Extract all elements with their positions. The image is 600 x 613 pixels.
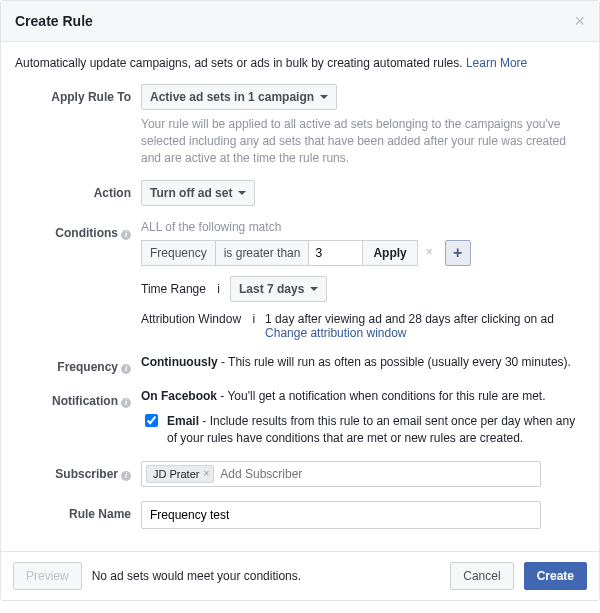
- subscriber-token: JD Prater ×: [146, 465, 214, 483]
- time-range-dropdown[interactable]: Last 7 days: [230, 276, 327, 302]
- intro-text: Automatically update campaigns, ad sets …: [15, 56, 585, 70]
- notification-onfb: On Facebook - You'll get a notification …: [141, 388, 585, 405]
- intro-copy: Automatically update campaigns, ad sets …: [15, 56, 466, 70]
- info-icon: i: [121, 364, 131, 374]
- preview-button[interactable]: Preview: [13, 562, 82, 590]
- preview-message: No ad sets would meet your conditions.: [92, 569, 301, 583]
- modal-header: Create Rule ×: [1, 1, 599, 42]
- action-dropdown[interactable]: Turn off ad set: [141, 180, 255, 206]
- label-subscriber: Subscriberi: [15, 461, 141, 481]
- info-icon: i: [121, 230, 131, 240]
- time-range-value: Last 7 days: [239, 282, 304, 296]
- apply-rule-to-value: Active ad sets in 1 campaign: [150, 90, 314, 104]
- modal-title: Create Rule: [15, 13, 93, 29]
- time-range-label: Time Range: [141, 282, 206, 296]
- label-notification: Notificationi: [15, 388, 141, 408]
- create-button[interactable]: Create: [524, 562, 587, 590]
- attribution-window-text: 1 day after viewing ad and 28 days after…: [265, 312, 554, 326]
- label-rule-name: Rule Name: [15, 501, 141, 521]
- frequency-desc: Continuously - This rule will run as oft…: [141, 354, 585, 371]
- change-attribution-link[interactable]: Change attribution window: [265, 326, 406, 340]
- info-icon: i: [121, 471, 131, 481]
- rule-name-input[interactable]: [141, 501, 541, 529]
- notification-email-desc: Email - Include results from this rule t…: [167, 413, 585, 447]
- frequency-value: Continuously: [141, 355, 218, 369]
- condition-remove-icon[interactable]: ×: [418, 240, 441, 266]
- condition-operator-select[interactable]: is greater than: [216, 240, 310, 266]
- info-icon: i: [252, 312, 255, 326]
- label-frequency: Frequencyi: [15, 354, 141, 374]
- learn-more-link[interactable]: Learn More: [466, 56, 527, 70]
- conditions-all-match: ALL of the following match: [141, 220, 585, 234]
- add-condition-button[interactable]: +: [445, 240, 471, 266]
- chevron-down-icon: [238, 191, 246, 195]
- subscriber-add-input[interactable]: [218, 466, 536, 482]
- condition-value-input[interactable]: [309, 240, 363, 266]
- label-apply-rule-to: Apply Rule To: [15, 84, 141, 104]
- apply-rule-to-dropdown[interactable]: Active ad sets in 1 campaign: [141, 84, 337, 110]
- remove-token-icon[interactable]: ×: [203, 468, 209, 479]
- apply-rule-to-hint: Your rule will be applied to all active …: [141, 116, 585, 166]
- action-value: Turn off ad set: [150, 186, 232, 200]
- cancel-button[interactable]: Cancel: [450, 562, 513, 590]
- attribution-window-label: Attribution Window: [141, 312, 241, 326]
- subscriber-input[interactable]: JD Prater ×: [141, 461, 541, 487]
- label-action: Action: [15, 180, 141, 200]
- condition-apply-button[interactable]: Apply: [363, 240, 417, 266]
- condition-metric-select[interactable]: Frequency: [141, 240, 216, 266]
- chevron-down-icon: [310, 287, 318, 291]
- chevron-down-icon: [320, 95, 328, 99]
- info-icon: i: [217, 282, 220, 296]
- label-conditions: Conditionsi: [15, 220, 141, 240]
- email-checkbox[interactable]: [145, 414, 158, 427]
- info-icon: i: [121, 398, 131, 408]
- close-icon[interactable]: ×: [574, 14, 585, 28]
